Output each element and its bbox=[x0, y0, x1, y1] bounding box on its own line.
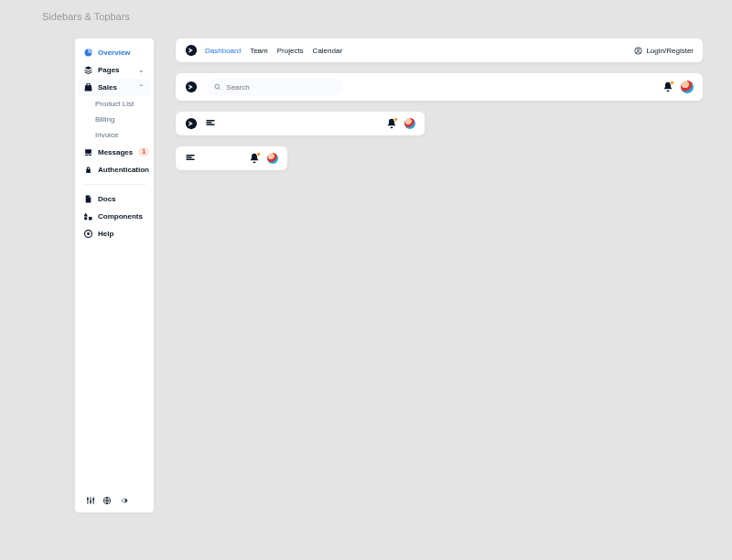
section-title: Sidebars & Topbars bbox=[0, 0, 732, 22]
